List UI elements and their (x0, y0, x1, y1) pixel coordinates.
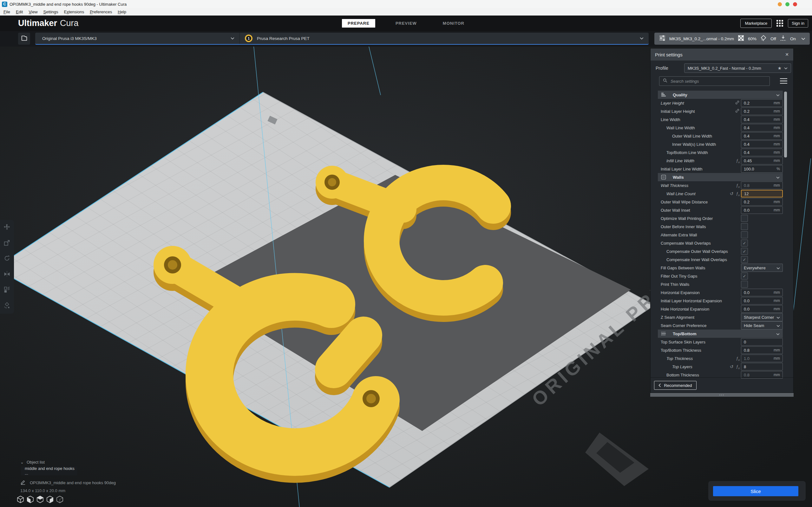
move-tool-button[interactable] (0, 220, 14, 235)
setting-input[interactable]: 0.8mm (741, 346, 783, 354)
view-top-icon[interactable] (37, 495, 44, 505)
setting-checkbox[interactable] (741, 281, 748, 288)
setting-input[interactable]: 0.2mm (741, 198, 783, 206)
settings-list: QualityLayer Height0.2mmInitial Layer He… (651, 91, 793, 380)
topbottom-icon (661, 331, 666, 336)
profile-dropdown[interactable]: MK3S_MK3_0.2_Fast - Normal - 0.2mm ★ (684, 63, 791, 73)
setting-label: Initial Layer Horizontal Expansion (661, 298, 722, 303)
slice-panel: Slice (708, 481, 806, 501)
setting-input[interactable]: 0.0mm (741, 206, 783, 214)
setting-label: Top Layers (672, 364, 693, 369)
setting-input[interactable]: 8 (741, 363, 783, 371)
tab-preview[interactable]: PREVIEW (390, 19, 422, 27)
category-label: Walls (673, 175, 769, 180)
marketplace-button[interactable]: Marketplace (740, 19, 772, 28)
setting-checkbox[interactable]: ✓ (741, 256, 748, 263)
slice-button[interactable]: Slice (713, 486, 798, 496)
setting-input[interactable]: 100.0% (741, 165, 783, 173)
category-header-walls[interactable]: Walls (658, 173, 783, 181)
app-switcher-icon[interactable] (776, 20, 783, 26)
object-list-header[interactable]: ⌄ Object list (20, 460, 45, 464)
view-3d-icon[interactable] (17, 495, 24, 505)
open-file-button[interactable] (18, 33, 30, 45)
favorite-star-icon[interactable]: ★ (777, 66, 781, 71)
support-icon (760, 35, 767, 43)
rename-pencil-icon[interactable] (20, 480, 26, 486)
setting-checkbox[interactable]: ✓ (741, 273, 748, 279)
category-header-quality[interactable]: Quality (658, 91, 783, 99)
setting-input[interactable]: 0.2mm (741, 99, 783, 107)
print-settings-summary[interactable]: MK3S_MK3_0.2_...ormal - 0.2mm 60% Off On (654, 33, 810, 45)
view-left-icon[interactable] (46, 495, 54, 505)
setting-input[interactable]: 0.4mm (741, 132, 783, 140)
setting-input[interactable]: 1.0mm (741, 354, 783, 362)
maximize-button[interactable] (785, 2, 790, 6)
close-button[interactable] (793, 2, 797, 6)
setting-input[interactable]: 12 (741, 190, 783, 198)
walls-icon (661, 175, 666, 180)
view-front-icon[interactable] (27, 495, 34, 505)
scrollbar-thumb[interactable] (784, 92, 787, 158)
setting-checkbox[interactable]: ✓ (741, 239, 748, 246)
setting-input[interactable]: 0.0mm (741, 297, 783, 304)
tab-prepare[interactable]: PREPARE (342, 19, 375, 27)
setting-input[interactable]: 0.4mm (741, 140, 783, 148)
printer-name: Original Prusa i3 MK3S/MK3 (42, 36, 231, 41)
panel-resize-handle[interactable]: ••• (650, 393, 794, 397)
menu-edit[interactable]: Edit (13, 8, 26, 15)
setting-dropdown[interactable]: Hide Seam (741, 321, 783, 330)
setting-input[interactable]: 0.4mm (741, 116, 783, 123)
menu-settings[interactable]: Settings (41, 8, 61, 15)
tab-monitor[interactable]: MONITOR (437, 19, 470, 27)
per-model-settings-button[interactable] (0, 282, 14, 298)
menu-preferences[interactable]: Preferences (87, 8, 115, 15)
panel-footer: Recommended (651, 377, 793, 393)
menu-extensions[interactable]: Extensions (61, 8, 87, 15)
object-list-item[interactable]: middle and end rope hooks ... (21, 466, 77, 475)
reset-icon[interactable]: ↺ (730, 364, 734, 370)
settings-menu-icon[interactable] (780, 78, 788, 86)
menu-help[interactable]: Help (115, 8, 129, 15)
setting-checkbox[interactable] (741, 231, 748, 238)
setting-dropdown[interactable]: Sharpest Corner (741, 313, 783, 321)
mirror-tool-button[interactable] (0, 267, 14, 282)
project-name: OPI3MMK3_middle and end rope hooks 90deg (30, 481, 116, 485)
view-right-icon[interactable] (56, 495, 63, 505)
reset-icon[interactable]: ↺ (730, 191, 734, 196)
printer-selector[interactable]: Original Prusa i3 MK3S/MK3 (35, 33, 240, 44)
setting-input[interactable]: 0.8mm (741, 181, 783, 189)
search-settings-input[interactable] (670, 79, 766, 83)
setting-checkbox[interactable]: ✓ (741, 248, 748, 255)
setting-input[interactable]: 0.4mm (741, 149, 783, 156)
menu-view[interactable]: View (26, 8, 40, 15)
titlebar: C OPI3MMK3_middle and end rope hooks 90d… (0, 0, 812, 8)
setting-row: Top Thicknessƒx1.0mm (651, 354, 793, 362)
menu-file[interactable]: File (1, 8, 13, 15)
setting-input[interactable]: 0.45mm (741, 157, 783, 164)
support-blocker-button[interactable] (0, 298, 14, 314)
setting-input[interactable]: 0.4mm (741, 124, 783, 131)
minimize-button[interactable] (778, 2, 782, 6)
close-icon[interactable]: ✕ (785, 52, 789, 57)
category-header-top-bottom[interactable]: Top/Bottom (658, 330, 783, 338)
support-blocker-icon (3, 302, 10, 310)
setting-input[interactable]: 0.0mm (741, 305, 783, 313)
setting-label: Top Thickness (666, 356, 693, 361)
material-name: Prusa Research Prusa PET (257, 36, 635, 41)
setting-dropdown[interactable]: Everywhere (741, 264, 783, 272)
setting-input[interactable]: 0 (741, 338, 783, 346)
setting-input[interactable]: 0.0mm (741, 289, 783, 296)
setting-checkbox[interactable] (741, 223, 748, 230)
setting-row: Optimize Wall Printing Order (651, 214, 793, 222)
scale-tool-button[interactable] (0, 235, 14, 251)
setting-label: Seam Corner Preference (661, 323, 707, 328)
setting-input[interactable]: 0.2mm (741, 107, 783, 115)
setting-row: Top/Bottom Thickness0.8mm (651, 346, 793, 354)
setting-checkbox[interactable] (741, 215, 748, 222)
panel-header[interactable]: Print settings ✕ (651, 49, 793, 60)
recommended-button[interactable]: Recommended (654, 381, 697, 390)
rotate-tool-button[interactable] (0, 251, 14, 267)
chevron-down-icon (776, 174, 780, 180)
sign-in-button[interactable]: Sign in (788, 19, 808, 27)
material-selector[interactable]: 1 Prusa Research Prusa PET (240, 33, 649, 44)
